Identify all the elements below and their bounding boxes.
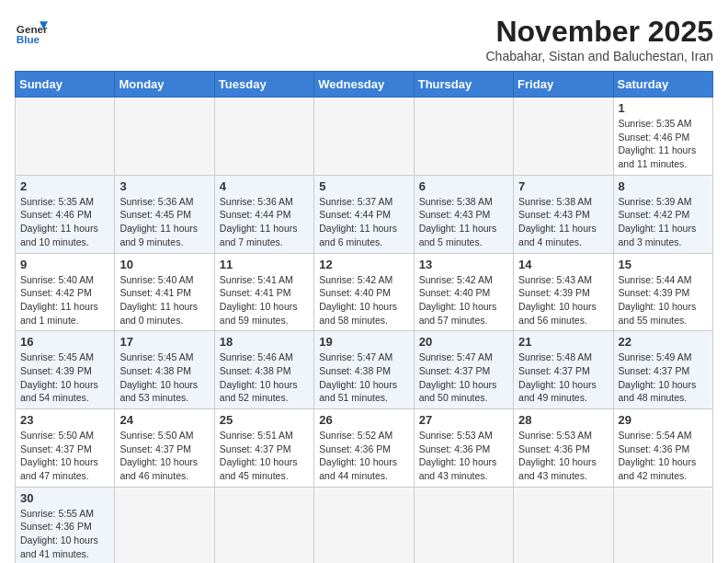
day-info: Sunrise: 5:37 AM Sunset: 4:44 PM Dayligh… [319,195,408,249]
calendar-day-cell: 13Sunrise: 5:42 AM Sunset: 4:40 PM Dayli… [414,253,513,331]
day-info: Sunrise: 5:48 AM Sunset: 4:37 PM Dayligh… [518,350,608,405]
calendar-day-cell [414,487,513,563]
calendar-week-row: 1Sunrise: 5:35 AM Sunset: 4:46 PM Daylig… [16,98,713,176]
subtitle: Chabahar, Sistan and Baluchestan, Iran [485,49,713,63]
day-number: 16 [20,335,109,349]
logo: General Blue [15,15,48,48]
calendar-day-cell: 15Sunrise: 5:44 AM Sunset: 4:39 PM Dayli… [613,253,712,331]
calendar-day-cell: 2Sunrise: 5:35 AM Sunset: 4:46 PM Daylig… [16,175,115,253]
weekday-header-tuesday: Tuesday [214,72,313,98]
calendar-day-cell: 28Sunrise: 5:53 AM Sunset: 4:36 PM Dayli… [514,409,613,488]
day-info: Sunrise: 5:43 AM Sunset: 4:39 PM Dayligh… [518,273,608,327]
calendar-day-cell: 1Sunrise: 5:35 AM Sunset: 4:46 PM Daylig… [613,98,712,176]
day-number: 24 [119,413,209,427]
day-number: 25 [220,413,309,427]
calendar-day-cell: 21Sunrise: 5:48 AM Sunset: 4:37 PM Dayli… [514,331,613,409]
calendar-day-cell: 11Sunrise: 5:41 AM Sunset: 4:41 PM Dayli… [214,253,313,331]
day-number: 27 [419,413,508,427]
day-info: Sunrise: 5:38 AM Sunset: 4:43 PM Dayligh… [518,195,608,249]
weekday-header-saturday: Saturday [613,72,712,98]
day-number: 9 [20,258,109,271]
calendar-day-cell [414,98,513,176]
day-info: Sunrise: 5:46 AM Sunset: 4:38 PM Dayligh… [220,350,309,405]
title-block: November 2025 Chabahar, Sistan and Baluc… [485,15,713,63]
day-number: 8 [619,179,708,193]
day-info: Sunrise: 5:45 AM Sunset: 4:38 PM Dayligh… [119,350,209,405]
weekday-header-wednesday: Wednesday [314,72,414,98]
day-number: 28 [518,413,608,427]
weekday-header-thursday: Thursday [414,72,513,98]
day-number: 18 [220,335,309,349]
calendar-day-cell: 25Sunrise: 5:51 AM Sunset: 4:37 PM Dayli… [214,409,313,488]
day-info: Sunrise: 5:40 AM Sunset: 4:41 PM Dayligh… [119,273,209,327]
calendar-day-cell: 12Sunrise: 5:42 AM Sunset: 4:40 PM Dayli… [314,253,414,331]
day-info: Sunrise: 5:44 AM Sunset: 4:39 PM Dayligh… [619,273,708,327]
day-info: Sunrise: 5:41 AM Sunset: 4:41 PM Dayligh… [220,273,309,327]
day-number: 5 [319,179,408,193]
calendar-day-cell: 26Sunrise: 5:52 AM Sunset: 4:36 PM Dayli… [314,409,414,488]
day-number: 2 [20,179,109,193]
calendar-day-cell [115,487,214,563]
day-number: 29 [619,413,708,427]
calendar-week-row: 9Sunrise: 5:40 AM Sunset: 4:42 PM Daylig… [16,253,713,331]
calendar-day-cell: 20Sunrise: 5:47 AM Sunset: 4:37 PM Dayli… [414,331,513,409]
day-info: Sunrise: 5:40 AM Sunset: 4:42 PM Dayligh… [20,273,109,327]
weekday-header-monday: Monday [115,72,214,98]
calendar-day-cell: 16Sunrise: 5:45 AM Sunset: 4:39 PM Dayli… [16,331,115,409]
calendar-week-row: 2Sunrise: 5:35 AM Sunset: 4:46 PM Daylig… [16,175,713,253]
calendar-day-cell: 10Sunrise: 5:40 AM Sunset: 4:41 PM Dayli… [115,253,214,331]
day-info: Sunrise: 5:36 AM Sunset: 4:45 PM Dayligh… [119,195,209,249]
calendar-day-cell: 23Sunrise: 5:50 AM Sunset: 4:37 PM Dayli… [16,409,115,488]
calendar-day-cell [314,98,414,176]
day-number: 3 [119,179,209,193]
day-number: 20 [419,335,508,349]
calendar-week-row: 16Sunrise: 5:45 AM Sunset: 4:39 PM Dayli… [16,331,713,409]
day-info: Sunrise: 5:39 AM Sunset: 4:42 PM Dayligh… [619,195,708,249]
day-number: 26 [319,413,408,427]
day-info: Sunrise: 5:36 AM Sunset: 4:44 PM Dayligh… [220,195,309,249]
calendar-day-cell [613,487,712,563]
day-number: 30 [20,491,109,505]
calendar-day-cell: 14Sunrise: 5:43 AM Sunset: 4:39 PM Dayli… [514,253,613,331]
calendar-day-cell [115,98,214,176]
day-number: 14 [518,258,608,271]
day-number: 23 [20,413,109,427]
svg-text:Blue: Blue [17,33,40,45]
day-info: Sunrise: 5:42 AM Sunset: 4:40 PM Dayligh… [319,273,408,327]
calendar-day-cell: 30Sunrise: 5:55 AM Sunset: 4:36 PM Dayli… [16,487,115,563]
day-info: Sunrise: 5:47 AM Sunset: 4:38 PM Dayligh… [319,350,408,405]
calendar-day-cell: 19Sunrise: 5:47 AM Sunset: 4:38 PM Dayli… [314,331,414,409]
day-number: 11 [220,258,309,271]
calendar-day-cell: 24Sunrise: 5:50 AM Sunset: 4:37 PM Dayli… [115,409,214,488]
day-number: 17 [119,335,209,349]
day-info: Sunrise: 5:51 AM Sunset: 4:37 PM Dayligh… [220,429,309,483]
calendar-table: SundayMondayTuesdayWednesdayThursdayFrid… [15,71,713,563]
calendar-day-cell [214,98,313,176]
calendar-day-cell: 18Sunrise: 5:46 AM Sunset: 4:38 PM Dayli… [214,331,313,409]
calendar-day-cell: 9Sunrise: 5:40 AM Sunset: 4:42 PM Daylig… [16,253,115,331]
calendar-day-cell: 29Sunrise: 5:54 AM Sunset: 4:36 PM Dayli… [613,409,712,488]
day-info: Sunrise: 5:53 AM Sunset: 4:36 PM Dayligh… [518,429,608,483]
calendar-day-cell [214,487,313,563]
day-number: 15 [619,258,708,271]
logo-icon: General Blue [15,15,48,48]
weekday-header-sunday: Sunday [16,72,115,98]
day-number: 22 [619,335,708,349]
day-info: Sunrise: 5:35 AM Sunset: 4:46 PM Dayligh… [20,195,109,249]
day-number: 7 [518,179,608,193]
day-info: Sunrise: 5:35 AM Sunset: 4:46 PM Dayligh… [619,117,708,171]
calendar-day-cell: 8Sunrise: 5:39 AM Sunset: 4:42 PM Daylig… [613,175,712,253]
day-number: 12 [319,258,408,271]
calendar-day-cell: 7Sunrise: 5:38 AM Sunset: 4:43 PM Daylig… [514,175,613,253]
day-number: 4 [220,179,309,193]
day-number: 21 [518,335,608,349]
day-number: 1 [619,101,708,115]
day-number: 13 [419,258,508,271]
day-info: Sunrise: 5:42 AM Sunset: 4:40 PM Dayligh… [419,273,508,327]
day-number: 19 [319,335,408,349]
calendar-day-cell: 3Sunrise: 5:36 AM Sunset: 4:45 PM Daylig… [115,175,214,253]
day-info: Sunrise: 5:49 AM Sunset: 4:37 PM Dayligh… [619,350,708,405]
calendar-day-cell: 17Sunrise: 5:45 AM Sunset: 4:38 PM Dayli… [115,331,214,409]
calendar-day-cell: 4Sunrise: 5:36 AM Sunset: 4:44 PM Daylig… [214,175,313,253]
calendar-day-cell: 22Sunrise: 5:49 AM Sunset: 4:37 PM Dayli… [613,331,712,409]
